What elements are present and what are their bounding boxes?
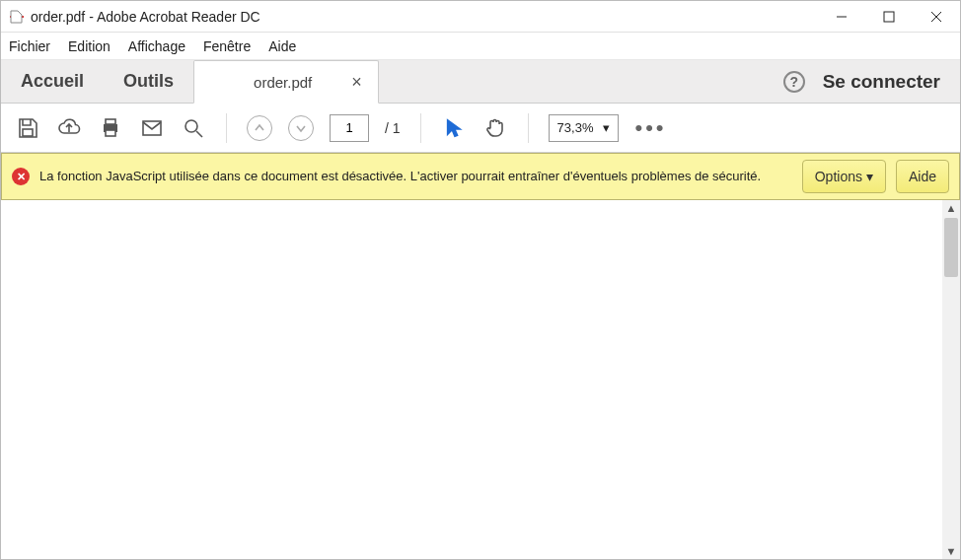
tabbar: Accueil Outils order.pdf × ? Se connecte…	[1, 60, 960, 104]
print-icon[interactable]	[98, 115, 123, 141]
close-window-button[interactable]	[913, 1, 960, 33]
help-label: Aide	[909, 169, 936, 184]
select-tool-icon[interactable]	[441, 115, 467, 141]
chevron-down-icon: ▾	[866, 169, 873, 184]
warning-options-button[interactable]: Options ▾	[802, 160, 886, 193]
page-up-button[interactable]	[247, 115, 272, 141]
svg-rect-8	[106, 130, 115, 136]
toolbar: / 1 73,3% ▾ •••	[1, 104, 960, 153]
svg-rect-5	[23, 129, 33, 136]
menu-edition[interactable]: Edition	[68, 38, 111, 54]
document-area: ▲ ▼	[1, 200, 960, 559]
page-number-input[interactable]	[330, 114, 369, 142]
window-title: order.pdf - Adobe Acrobat Reader DC	[31, 9, 818, 25]
separator	[420, 113, 421, 143]
vertical-scrollbar[interactable]: ▲ ▼	[942, 200, 960, 559]
separator	[528, 113, 529, 143]
sign-in-button[interactable]: Se connecter	[823, 71, 940, 93]
svg-line-11	[196, 131, 202, 137]
hand-tool-icon[interactable]	[482, 115, 508, 141]
options-label: Options	[815, 169, 862, 184]
javascript-warning-bar: ✕ La fonction JavaScript utilisée dans c…	[1, 153, 960, 200]
document-page[interactable]	[1, 200, 942, 559]
menubar: Fichier Edition Affichage Fenêtre Aide	[1, 33, 960, 60]
menu-aide[interactable]: Aide	[268, 38, 296, 54]
svg-point-10	[185, 120, 197, 132]
cloud-upload-icon[interactable]	[56, 115, 82, 141]
help-icon[interactable]: ?	[783, 71, 805, 93]
tab-document-label: order.pdf	[254, 74, 312, 91]
titlebar: order.pdf - Adobe Acrobat Reader DC	[1, 1, 960, 33]
svg-rect-7	[106, 119, 115, 124]
mail-icon[interactable]	[139, 115, 165, 141]
minimize-button[interactable]	[818, 1, 865, 33]
tab-close-icon[interactable]: ×	[351, 72, 362, 93]
maximize-button[interactable]	[865, 1, 913, 33]
warning-help-button[interactable]: Aide	[896, 160, 949, 193]
tab-home[interactable]: Accueil	[1, 60, 104, 103]
tab-document[interactable]: order.pdf ×	[193, 60, 379, 104]
svg-rect-2	[884, 12, 894, 22]
app-window: order.pdf - Adobe Acrobat Reader DC Fich…	[0, 0, 961, 560]
page-total-label: / 1	[385, 120, 401, 136]
zoom-dropdown[interactable]: 73,3% ▾	[549, 114, 620, 142]
tab-tools[interactable]: Outils	[104, 60, 193, 103]
zoom-value: 73,3%	[557, 120, 594, 135]
menu-fenetre[interactable]: Fenêtre	[203, 38, 251, 54]
scroll-thumb[interactable]	[944, 218, 958, 277]
page-down-button[interactable]	[288, 115, 314, 141]
app-icon	[9, 9, 25, 25]
error-icon: ✕	[12, 168, 30, 185]
menu-fichier[interactable]: Fichier	[9, 38, 50, 54]
scroll-down-arrow[interactable]: ▼	[946, 545, 957, 557]
chevron-down-icon: ▾	[603, 120, 610, 135]
warning-text: La fonction JavaScript utilisée dans ce …	[39, 168, 792, 185]
search-icon[interactable]	[181, 115, 206, 141]
separator	[226, 113, 227, 143]
save-icon[interactable]	[15, 115, 40, 141]
menu-affichage[interactable]: Affichage	[128, 38, 185, 54]
scroll-up-arrow[interactable]: ▲	[946, 202, 957, 214]
more-tools-icon[interactable]: •••	[634, 115, 666, 141]
